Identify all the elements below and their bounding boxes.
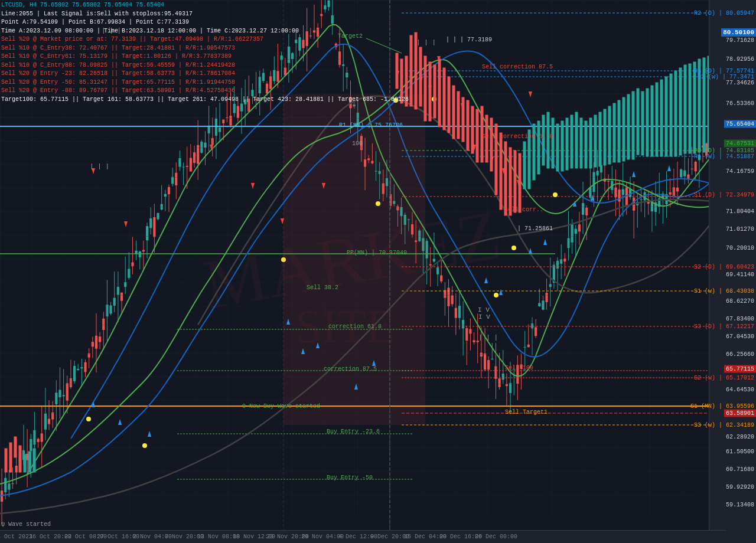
yellow-signal-4 bbox=[376, 201, 380, 206]
svg-rect-1 bbox=[5, 449, 7, 472]
svg-rect-13 bbox=[434, 65, 436, 118]
wave-marker-4: | | | bbox=[478, 334, 498, 341]
svg-rect-47 bbox=[580, 118, 582, 168]
svg-rect-34 bbox=[33, 449, 35, 472]
p10: 68.62270 bbox=[726, 298, 754, 305]
svg-rect-48 bbox=[585, 121, 587, 168]
svg-rect-14 bbox=[438, 59, 441, 127]
p2: 78.92956 bbox=[726, 56, 754, 63]
svg-rect-71 bbox=[693, 62, 696, 153]
chart-title: LTCUSD, H4 75.65802 75.65802 75.65404 75… bbox=[1, 1, 409, 10]
svg-rect-46 bbox=[575, 112, 578, 168]
svg-rect-21 bbox=[471, 106, 474, 153]
svg-rect-64 bbox=[660, 80, 663, 156]
yellow-signal-7 bbox=[494, 293, 498, 297]
p14: 64.64530 bbox=[726, 387, 754, 393]
p11: 67.83400 bbox=[726, 316, 754, 322]
r1-w-price: R1 (W) | 74.51887 bbox=[694, 153, 754, 160]
r2-d-price: R2 (D) | 80.05947 bbox=[694, 10, 754, 17]
svg-rect-10 bbox=[419, 47, 422, 106]
top-info-panel: LTCUSD, H4 75.65802 75.65802 75.65404 75… bbox=[1, 1, 409, 104]
p13: 66.25660 bbox=[726, 351, 754, 358]
svg-rect-8 bbox=[410, 35, 412, 106]
sell-target1-price: 63.58901 bbox=[724, 410, 756, 417]
svg-rect-42 bbox=[556, 124, 559, 171]
p12: 67.04530 bbox=[726, 333, 754, 340]
p5: 74.16759 bbox=[726, 168, 754, 175]
svg-rect-17 bbox=[452, 86, 455, 139]
s1-w-price: S1 (w) | 68.43038 bbox=[694, 288, 754, 295]
svg-rect-16 bbox=[448, 77, 450, 133]
svg-rect-61 bbox=[646, 89, 649, 156]
svg-rect-25 bbox=[490, 118, 493, 171]
svg-rect-59 bbox=[637, 89, 639, 155]
sell-100-price: 65.77115 bbox=[724, 365, 756, 373]
svg-rect-66 bbox=[670, 74, 672, 156]
svg-rect-52 bbox=[604, 109, 606, 165]
svg-rect-4 bbox=[19, 446, 21, 472]
svg-rect-30 bbox=[514, 151, 516, 212]
p8: 70.20010 bbox=[726, 245, 754, 251]
p16: 61.50500 bbox=[726, 449, 754, 455]
time-label-10: 29 Nov 04:00 bbox=[301, 534, 344, 540]
p17: 60.71680 bbox=[726, 466, 754, 473]
time-label-1: 8 Oct 2023 bbox=[0, 534, 32, 540]
svg-rect-54 bbox=[613, 103, 615, 162]
sell-corr-label: Sell corr... bbox=[504, 207, 547, 213]
r1-mn-chart-label: R1 (MN) | 75.76706 bbox=[339, 122, 403, 129]
svg-rect-39 bbox=[542, 115, 545, 165]
svg-rect-12 bbox=[429, 62, 431, 121]
p19: 59.13408 bbox=[726, 502, 754, 508]
p1: 79.71628 bbox=[726, 37, 754, 44]
svg-rect-20 bbox=[467, 100, 469, 151]
svg-rect-70 bbox=[689, 64, 691, 153]
sell-line-7: Sell %20 @ Entry -88: 89.76797 || Target… bbox=[1, 87, 409, 96]
line-info: Line:2055 | Last Signal is:Sell with sto… bbox=[1, 10, 409, 19]
svg-rect-51 bbox=[599, 112, 601, 166]
wave-marker-3: | | | bbox=[416, 39, 436, 46]
price-77-label: | | | 77.3189 bbox=[446, 37, 492, 43]
s2-w-price: S2 (w) | 65.17012 bbox=[694, 375, 754, 381]
svg-rect-43 bbox=[561, 121, 563, 171]
svg-rect-57 bbox=[627, 94, 630, 159]
sell-target1-chart-label: Sell Target1 bbox=[505, 409, 548, 416]
svg-rect-50 bbox=[594, 115, 597, 167]
yellow-signal-2 bbox=[142, 443, 147, 448]
current-price-label: 75.65404 bbox=[724, 120, 756, 128]
svg-rect-45 bbox=[571, 115, 573, 168]
yellow-signal-1 bbox=[86, 417, 91, 421]
svg-rect-58 bbox=[632, 91, 634, 159]
svg-rect-29 bbox=[509, 148, 511, 215]
yellow-signal-8 bbox=[511, 246, 516, 250]
svg-rect-19 bbox=[462, 97, 464, 142]
svg-rect-56 bbox=[623, 97, 625, 161]
points-info: Point A:79.54109 | Point B:67.99834 | Po… bbox=[1, 18, 409, 27]
svg-rect-31 bbox=[519, 153, 521, 212]
targets-info: Target100: 65.77115 || Target 161: 58.63… bbox=[1, 96, 409, 104]
price-71-label: | 71.25861 bbox=[517, 225, 553, 232]
time-info: Time A:2023.12.09 08:00:00 | Time B:2023… bbox=[1, 27, 409, 36]
svg-rect-53 bbox=[608, 106, 611, 164]
p9: 69.41140 bbox=[726, 272, 754, 278]
price-top-label: 80.50100 bbox=[721, 28, 756, 37]
sell-correction-61-label: Sell correction 61.8 bbox=[482, 133, 553, 140]
svg-rect-18 bbox=[457, 91, 460, 139]
svg-rect-33 bbox=[28, 452, 31, 472]
level-100-label: 100 bbox=[352, 140, 363, 147]
sell-line-5: Sell %20 @ Entry -23: 82.26518 || Target… bbox=[1, 70, 409, 78]
p3: 77.34626 bbox=[726, 80, 754, 86]
s2-d-price: S2 (D) | 69.60423 bbox=[694, 264, 754, 270]
svg-rect-32 bbox=[24, 454, 26, 472]
svg-rect-49 bbox=[589, 118, 592, 168]
p4: 76.53360 bbox=[726, 100, 754, 107]
svg-rect-9 bbox=[415, 32, 417, 109]
svg-rect-2 bbox=[9, 443, 12, 472]
p15: 62.28920 bbox=[726, 434, 754, 440]
svg-rect-55 bbox=[618, 100, 620, 162]
sell-correction-87-label: Sell correction 87.5 bbox=[482, 64, 553, 70]
svg-rect-15 bbox=[443, 68, 445, 130]
svg-rect-38 bbox=[537, 121, 540, 174]
s3-d-price: S3 (D) | 67.12217 bbox=[694, 323, 754, 330]
wave-started-label: ψ Wave started bbox=[1, 521, 51, 528]
chart-container: LTCUSD, H4 75.65802 75.65802 75.65404 75… bbox=[0, 0, 756, 543]
